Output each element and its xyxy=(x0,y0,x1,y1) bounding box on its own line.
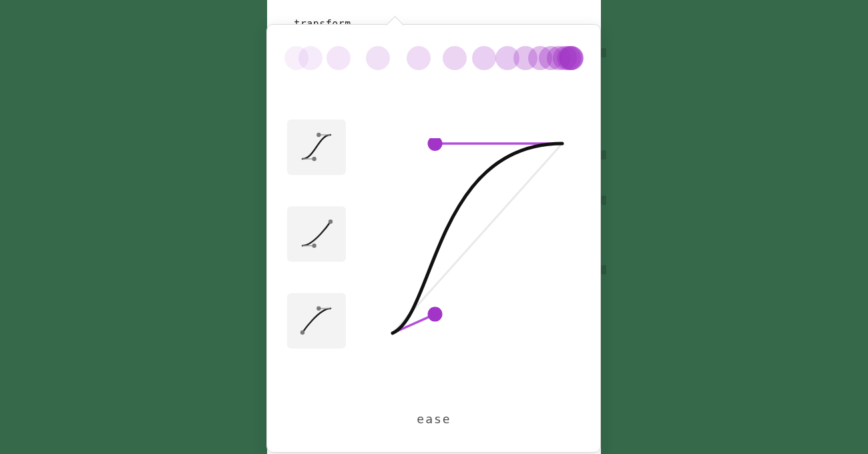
svg-point-9 xyxy=(300,330,304,334)
bezier-editor-popover: ease xyxy=(266,24,601,453)
bezier-handle-p2[interactable] xyxy=(428,138,443,151)
bezier-handle-p1[interactable] xyxy=(428,307,443,322)
svg-point-11 xyxy=(316,306,320,310)
bezier-canvas xyxy=(387,138,568,338)
curve-name-label: ease xyxy=(267,412,601,426)
edge-mark xyxy=(601,48,606,57)
easing-preview-strip xyxy=(284,42,584,74)
svg-point-3 xyxy=(316,133,320,137)
css-code-line: transform 350ms ease ; xyxy=(267,0,602,16)
curve-icon xyxy=(293,299,340,342)
preset-ease-in[interactable] xyxy=(287,206,346,261)
preset-ease-out[interactable] xyxy=(287,293,346,348)
preset-list xyxy=(287,120,349,348)
curve-icon xyxy=(293,212,340,255)
svg-point-1 xyxy=(312,157,316,161)
preview-frame-ball xyxy=(298,46,322,70)
preview-frame-ball xyxy=(366,46,390,70)
devtools-bezier-stage: transform 350ms ease ; ease xyxy=(267,0,601,454)
preview-frame-ball xyxy=(560,46,584,70)
curve-icon xyxy=(293,126,340,168)
edge-mark xyxy=(601,150,606,160)
preview-frame-ball xyxy=(472,46,496,70)
edge-mark xyxy=(601,265,606,274)
preview-frame-ball xyxy=(327,46,351,70)
edge-mark xyxy=(601,196,606,205)
preview-frame-ball xyxy=(443,46,467,70)
bezier-curve-editor[interactable] xyxy=(387,138,568,338)
svg-point-7 xyxy=(329,220,333,224)
svg-point-5 xyxy=(312,244,316,248)
preset-ease-in-out[interactable] xyxy=(287,120,346,174)
popover-arrow-icon xyxy=(386,16,404,34)
preview-frame-ball xyxy=(407,46,431,70)
svg-line-12 xyxy=(393,144,562,333)
